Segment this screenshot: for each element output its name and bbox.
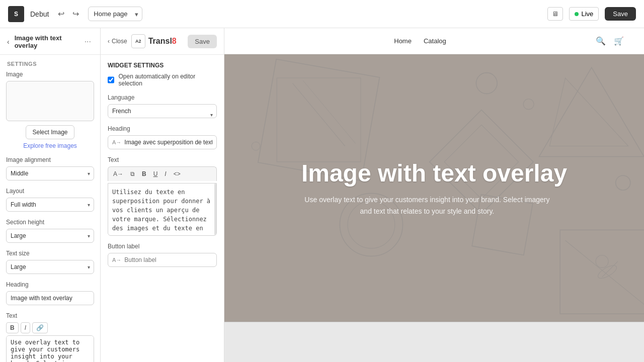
heading-translation-field: A→ — [108, 135, 217, 149]
button-label-field: A→ — [108, 253, 217, 267]
svg-rect-1 — [277, 78, 361, 162]
logo-text: S — [14, 11, 18, 18]
layout-field: Layout Full width Contained — [6, 188, 94, 212]
alignment-select[interactable]: Left Middle Right — [6, 166, 94, 180]
bold-button[interactable]: B — [6, 322, 19, 333]
bold-translation-button[interactable]: B — [139, 169, 149, 179]
svg-marker-6 — [539, 67, 645, 156]
select-image-button[interactable]: Select Image — [26, 125, 74, 139]
svg-point-2 — [476, 73, 497, 94]
image-placeholder — [6, 81, 94, 121]
site-header: Home Catalog 🔍 🛒 — [224, 28, 644, 54]
heading-label: Heading — [6, 281, 94, 288]
section-height-select-wrapper: Small Medium Large — [6, 229, 94, 243]
heading-translate-icon: A→ — [112, 139, 121, 145]
text-translation-area-wrapper: Utilisez du texte en superposition pour … — [108, 183, 217, 236]
image-alignment-field: Image alignment Left Middle Right — [6, 156, 94, 180]
settings-label: SETTINGS — [0, 55, 100, 71]
back-button[interactable]: ‹ — [6, 37, 11, 47]
save-button[interactable]: Save — [605, 7, 636, 21]
panel-more-button[interactable]: ··· — [82, 36, 94, 47]
heading-translation-label: Heading — [108, 125, 217, 132]
transl-logo-icon: A2 — [131, 34, 145, 48]
panel-body: Image Select Image Explore free images I… — [0, 71, 100, 362]
page-select[interactable]: Home page Catalog About — [88, 7, 142, 21]
button-label-input[interactable] — [124, 253, 212, 266]
text-size-label: Text size — [6, 250, 94, 257]
text-textarea[interactable]: Use overlay text to give your customers … — [6, 335, 94, 362]
mock-site: Home Catalog 🔍 🛒 — [224, 28, 644, 362]
image-field: Image Select Image Explore free images — [6, 71, 94, 149]
svg-line-19 — [602, 261, 618, 277]
underline-button[interactable]: U — [150, 169, 161, 179]
language-label: Language — [108, 94, 217, 101]
left-panel-header: ‹ Image with text overlay ··· — [0, 28, 100, 55]
svg-point-3 — [523, 99, 534, 110]
live-indicator — [575, 12, 579, 16]
site-bottom-area — [224, 322, 644, 362]
text-size-field: Text size Small Medium Large — [6, 250, 94, 274]
heading-field: Heading — [6, 281, 94, 305]
svg-marker-7 — [549, 78, 628, 146]
redo-button[interactable]: ↪ — [69, 6, 82, 22]
alignment-select-wrapper: Left Middle Right — [6, 166, 94, 180]
auto-open-row: Open automatically on editor selection — [108, 73, 217, 87]
nav-home-link[interactable]: Home — [394, 37, 412, 45]
heading-input[interactable] — [6, 291, 94, 305]
link-button[interactable]: 🔗 — [32, 322, 48, 333]
svg-point-5 — [616, 175, 630, 190]
undo-button[interactable]: ↩ — [55, 6, 67, 22]
text-translation-textarea[interactable]: Utilisez du texte en superposition pour … — [108, 184, 216, 234]
layout-select-wrapper: Full width Contained — [6, 198, 94, 212]
italic-button[interactable]: I — [21, 322, 30, 333]
text-translation-label: Text — [108, 156, 217, 163]
topbar-logo: S — [8, 6, 24, 22]
site-nav: Home Catalog — [245, 37, 596, 45]
language-select[interactable]: French Spanish German Italian — [108, 104, 217, 118]
panel-title: Image with text overlay — [15, 34, 77, 49]
hero-title: Image with text overlay — [301, 159, 567, 187]
transl-logo-text: Transl8 — [148, 37, 177, 46]
layout-select[interactable]: Full width Contained — [6, 198, 94, 212]
translate-icon-button[interactable]: A→ — [110, 169, 126, 179]
site-header-icons: 🔍 🛒 — [596, 36, 624, 46]
page-select-wrapper: Home page Catalog About — [88, 7, 142, 21]
store-name: Debut — [30, 10, 49, 18]
text-size-select[interactable]: Small Medium Large — [6, 260, 94, 274]
section-height-label: Section height — [6, 219, 94, 226]
middle-panel: ‹ Close A2 Transl8 Save WIDGET SETTINGS … — [101, 28, 224, 362]
middle-panel-header: ‹ Close A2 Transl8 Save — [101, 28, 224, 55]
text-translation-toolbar: A→ ⧉ B U I <> — [108, 166, 217, 181]
live-button[interactable]: Live — [569, 7, 599, 21]
copy-button[interactable]: ⧉ — [127, 169, 138, 179]
search-icon[interactable]: 🔍 — [596, 36, 606, 46]
device-toggle-button[interactable]: 🖥 — [547, 7, 563, 21]
cart-icon[interactable]: 🛒 — [614, 36, 624, 46]
text-field: Text B I 🔗 Use overlay text to give your… — [6, 312, 94, 362]
layout-label: Layout — [6, 188, 94, 195]
explore-images-link[interactable]: Explore free images — [6, 142, 94, 149]
preview-area: Home Catalog 🔍 🛒 — [224, 28, 644, 362]
topbar: S Debut ↩ ↪ Home page Catalog About 🖥 Li… — [0, 0, 644, 28]
code-button[interactable]: <> — [171, 169, 184, 179]
svg-line-14 — [303, 80, 355, 143]
section-height-select[interactable]: Small Medium Large — [6, 229, 94, 243]
italic-translation-button[interactable]: I — [162, 169, 169, 179]
hero-subtitle: Use overlay text to give your customers … — [301, 194, 553, 217]
transl-logo: A2 Transl8 — [131, 34, 184, 48]
auto-open-checkbox[interactable] — [108, 76, 114, 83]
text-size-select-wrapper: Small Medium Large — [6, 260, 94, 274]
button-label-title: Button label — [108, 243, 217, 250]
nav-catalog-link[interactable]: Catalog — [424, 37, 446, 45]
middle-save-button[interactable]: Save — [188, 35, 217, 48]
textarea-scrollbar[interactable] — [214, 184, 216, 235]
close-chevron-icon: ‹ — [108, 38, 110, 45]
language-select-wrapper: French Spanish German Italian — [108, 104, 217, 125]
heading-translation-input[interactable] — [124, 136, 212, 149]
hero-text: Image with text overlay Use overlay text… — [301, 159, 567, 217]
widget-settings-title: WIDGET SETTINGS — [108, 62, 217, 69]
live-label: Live — [582, 10, 594, 18]
close-button[interactable]: ‹ Close — [108, 38, 127, 45]
site-hero: Image with text overlay Use overlay text… — [224, 54, 644, 322]
undo-redo-group: ↩ ↪ — [55, 6, 82, 22]
